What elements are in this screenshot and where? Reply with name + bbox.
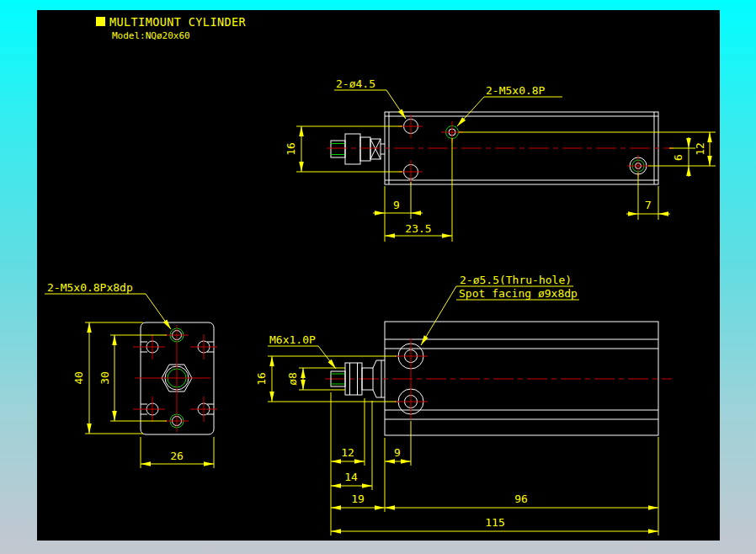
dim-16-side: 16 — [255, 372, 268, 386]
drawing-title: MULTIMOUNT CYLINDER — [109, 15, 246, 29]
dim-115: 115 — [485, 516, 504, 529]
dim-6: 6 — [672, 154, 684, 161]
dim-30: 30 — [98, 371, 111, 385]
dim-12-bottom: 12 — [341, 446, 354, 459]
dim-rod-dia: ø8 — [286, 372, 299, 386]
label-mount-holes: 2-ø4.5 — [336, 77, 375, 90]
dim-40: 40 — [72, 371, 85, 385]
model-number: Model:NQø20x60 — [112, 30, 190, 41]
label-thru-hole-line2: Spot facing ø9x8dp — [459, 287, 578, 300]
label-ports: 2-M5x0.8P — [486, 84, 546, 97]
dim-26: 26 — [170, 450, 184, 462]
label-tapped-holes: 2-M5x0.8Px8dp — [47, 281, 133, 294]
dim-14: 14 — [344, 471, 358, 483]
dim-9-top: 9 — [393, 199, 400, 211]
dim-12-right: 12 — [694, 142, 706, 156]
dim-23-5: 23.5 — [405, 222, 431, 235]
square-bullet-icon — [96, 17, 105, 26]
dim-7: 7 — [645, 199, 652, 211]
dim-9-bottom: 9 — [394, 446, 401, 459]
label-thru-hole-line1: 2-ø5.5(Thru-hole) — [460, 274, 572, 286]
dim-16-top: 16 — [285, 142, 297, 156]
label-rod-thread: M6x1.0P — [269, 333, 316, 346]
dim-96: 96 — [514, 493, 528, 505]
cad-drawing: MULTIMOUNT CYLINDER Model:NQø20x60 — [0, 0, 756, 554]
dim-19: 19 — [351, 493, 365, 505]
